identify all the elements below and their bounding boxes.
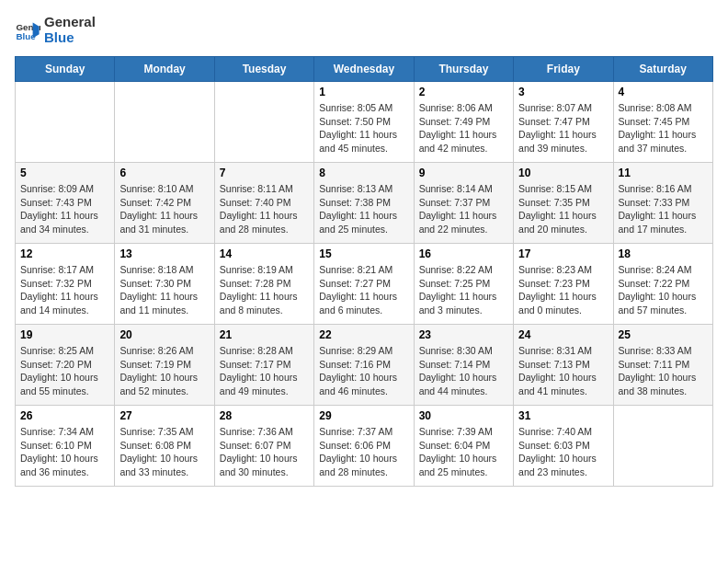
day-number: 5 bbox=[20, 167, 109, 179]
day-number: 20 bbox=[119, 328, 209, 341]
day-number: 2 bbox=[419, 86, 508, 98]
day-cell-18: 18Sunrise: 8:24 AM Sunset: 7:22 PM Dayli… bbox=[613, 244, 712, 325]
day-number: 12 bbox=[20, 247, 109, 260]
day-number: 19 bbox=[20, 328, 109, 341]
day-cell-22: 22Sunrise: 8:29 AM Sunset: 7:16 PM Dayli… bbox=[314, 325, 414, 406]
day-header-saturday: Saturday bbox=[613, 57, 712, 82]
day-info: Sunrise: 7:40 AM Sunset: 6:03 PM Dayligh… bbox=[518, 425, 608, 479]
day-info: Sunrise: 7:34 AM Sunset: 6:10 PM Dayligh… bbox=[20, 425, 109, 479]
day-info: Sunrise: 8:22 AM Sunset: 7:25 PM Dayligh… bbox=[419, 263, 508, 317]
day-cell-25: 25Sunrise: 8:33 AM Sunset: 7:11 PM Dayli… bbox=[613, 325, 712, 406]
day-info: Sunrise: 8:23 AM Sunset: 7:23 PM Dayligh… bbox=[518, 263, 608, 317]
day-number: 3 bbox=[518, 86, 608, 98]
day-number: 7 bbox=[220, 167, 309, 179]
day-header-friday: Friday bbox=[514, 57, 613, 82]
day-number: 29 bbox=[319, 409, 408, 422]
day-number: 10 bbox=[518, 167, 608, 179]
day-number: 30 bbox=[419, 409, 508, 422]
empty-cell bbox=[613, 406, 712, 487]
logo: General Blue General Blue bbox=[15, 15, 96, 45]
day-cell-10: 10Sunrise: 8:15 AM Sunset: 7:35 PM Dayli… bbox=[514, 163, 613, 244]
day-cell-1: 1Sunrise: 8:05 AM Sunset: 7:50 PM Daylig… bbox=[314, 82, 414, 163]
day-cell-28: 28Sunrise: 7:36 AM Sunset: 6:07 PM Dayli… bbox=[214, 406, 313, 487]
day-number: 18 bbox=[619, 247, 708, 260]
day-cell-20: 20Sunrise: 8:26 AM Sunset: 7:19 PM Dayli… bbox=[115, 325, 214, 406]
day-cell-26: 26Sunrise: 7:34 AM Sunset: 6:10 PM Dayli… bbox=[16, 406, 115, 487]
day-cell-30: 30Sunrise: 7:39 AM Sunset: 6:04 PM Dayli… bbox=[414, 406, 513, 487]
day-number: 13 bbox=[119, 247, 209, 260]
day-cell-14: 14Sunrise: 8:19 AM Sunset: 7:28 PM Dayli… bbox=[214, 244, 313, 325]
day-number: 26 bbox=[20, 409, 109, 422]
day-cell-9: 9Sunrise: 8:14 AM Sunset: 7:37 PM Daylig… bbox=[414, 163, 513, 244]
day-number: 21 bbox=[220, 328, 309, 341]
day-info: Sunrise: 8:11 AM Sunset: 7:40 PM Dayligh… bbox=[220, 182, 309, 236]
day-number: 9 bbox=[419, 167, 508, 179]
day-cell-3: 3Sunrise: 8:07 AM Sunset: 7:47 PM Daylig… bbox=[514, 82, 613, 163]
logo-icon: General Blue bbox=[15, 17, 40, 43]
day-cell-13: 13Sunrise: 8:18 AM Sunset: 7:30 PM Dayli… bbox=[115, 244, 214, 325]
day-info: Sunrise: 8:17 AM Sunset: 7:32 PM Dayligh… bbox=[20, 263, 109, 317]
logo-line2: Blue bbox=[44, 30, 96, 46]
week-row-5: 26Sunrise: 7:34 AM Sunset: 6:10 PM Dayli… bbox=[16, 406, 713, 487]
day-info: Sunrise: 8:24 AM Sunset: 7:22 PM Dayligh… bbox=[619, 263, 708, 317]
day-cell-16: 16Sunrise: 8:22 AM Sunset: 7:25 PM Dayli… bbox=[414, 244, 513, 325]
day-info: Sunrise: 8:19 AM Sunset: 7:28 PM Dayligh… bbox=[220, 263, 309, 317]
day-info: Sunrise: 8:09 AM Sunset: 7:43 PM Dayligh… bbox=[20, 182, 109, 236]
page-header: General Blue General Blue bbox=[15, 15, 713, 45]
day-info: Sunrise: 8:08 AM Sunset: 7:45 PM Dayligh… bbox=[619, 101, 708, 155]
day-number: 14 bbox=[220, 247, 309, 260]
week-row-1: 1Sunrise: 8:05 AM Sunset: 7:50 PM Daylig… bbox=[16, 82, 713, 163]
day-info: Sunrise: 8:13 AM Sunset: 7:38 PM Dayligh… bbox=[319, 182, 408, 236]
day-number: 24 bbox=[518, 328, 608, 341]
day-info: Sunrise: 8:06 AM Sunset: 7:49 PM Dayligh… bbox=[419, 101, 508, 155]
day-cell-23: 23Sunrise: 8:30 AM Sunset: 7:14 PM Dayli… bbox=[414, 325, 513, 406]
day-info: Sunrise: 8:10 AM Sunset: 7:42 PM Dayligh… bbox=[119, 182, 209, 236]
empty-cell bbox=[214, 82, 313, 163]
day-number: 11 bbox=[619, 167, 708, 179]
day-cell-12: 12Sunrise: 8:17 AM Sunset: 7:32 PM Dayli… bbox=[16, 244, 115, 325]
day-cell-8: 8Sunrise: 8:13 AM Sunset: 7:38 PM Daylig… bbox=[314, 163, 414, 244]
day-number: 17 bbox=[518, 247, 608, 260]
day-cell-31: 31Sunrise: 7:40 AM Sunset: 6:03 PM Dayli… bbox=[514, 406, 613, 487]
day-cell-21: 21Sunrise: 8:28 AM Sunset: 7:17 PM Dayli… bbox=[214, 325, 313, 406]
day-number: 8 bbox=[319, 167, 408, 179]
day-info: Sunrise: 7:39 AM Sunset: 6:04 PM Dayligh… bbox=[419, 425, 508, 479]
week-row-2: 5Sunrise: 8:09 AM Sunset: 7:43 PM Daylig… bbox=[16, 163, 713, 244]
day-info: Sunrise: 8:33 AM Sunset: 7:11 PM Dayligh… bbox=[619, 344, 708, 398]
day-header-tuesday: Tuesday bbox=[214, 57, 313, 82]
day-number: 27 bbox=[119, 409, 209, 422]
day-header-wednesday: Wednesday bbox=[314, 57, 414, 82]
day-cell-6: 6Sunrise: 8:10 AM Sunset: 7:42 PM Daylig… bbox=[115, 163, 214, 244]
day-info: Sunrise: 7:36 AM Sunset: 6:07 PM Dayligh… bbox=[220, 425, 309, 479]
day-info: Sunrise: 8:29 AM Sunset: 7:16 PM Dayligh… bbox=[319, 344, 408, 398]
day-cell-27: 27Sunrise: 7:35 AM Sunset: 6:08 PM Dayli… bbox=[115, 406, 214, 487]
day-info: Sunrise: 8:05 AM Sunset: 7:50 PM Dayligh… bbox=[319, 101, 408, 155]
day-number: 6 bbox=[119, 167, 209, 179]
day-number: 16 bbox=[419, 247, 508, 260]
day-cell-29: 29Sunrise: 7:37 AM Sunset: 6:06 PM Dayli… bbox=[314, 406, 414, 487]
calendar-table: SundayMondayTuesdayWednesdayThursdayFrid… bbox=[15, 56, 713, 487]
day-number: 4 bbox=[619, 86, 708, 98]
empty-cell bbox=[16, 82, 115, 163]
day-headers-row: SundayMondayTuesdayWednesdayThursdayFrid… bbox=[16, 57, 713, 82]
day-number: 25 bbox=[619, 328, 708, 341]
week-row-4: 19Sunrise: 8:25 AM Sunset: 7:20 PM Dayli… bbox=[16, 325, 713, 406]
day-info: Sunrise: 8:21 AM Sunset: 7:27 PM Dayligh… bbox=[319, 263, 408, 317]
day-info: Sunrise: 7:35 AM Sunset: 6:08 PM Dayligh… bbox=[119, 425, 209, 479]
day-header-monday: Monday bbox=[115, 57, 214, 82]
day-info: Sunrise: 8:30 AM Sunset: 7:14 PM Dayligh… bbox=[419, 344, 508, 398]
day-cell-19: 19Sunrise: 8:25 AM Sunset: 7:20 PM Dayli… bbox=[16, 325, 115, 406]
day-cell-4: 4Sunrise: 8:08 AM Sunset: 7:45 PM Daylig… bbox=[613, 82, 712, 163]
day-cell-5: 5Sunrise: 8:09 AM Sunset: 7:43 PM Daylig… bbox=[16, 163, 115, 244]
day-info: Sunrise: 8:28 AM Sunset: 7:17 PM Dayligh… bbox=[220, 344, 309, 398]
day-number: 31 bbox=[518, 409, 608, 422]
day-info: Sunrise: 8:26 AM Sunset: 7:19 PM Dayligh… bbox=[119, 344, 209, 398]
day-info: Sunrise: 8:18 AM Sunset: 7:30 PM Dayligh… bbox=[119, 263, 209, 317]
day-info: Sunrise: 7:37 AM Sunset: 6:06 PM Dayligh… bbox=[319, 425, 408, 479]
day-header-thursday: Thursday bbox=[414, 57, 513, 82]
day-header-sunday: Sunday bbox=[16, 57, 115, 82]
logo-line1: General bbox=[44, 15, 96, 30]
day-info: Sunrise: 8:16 AM Sunset: 7:33 PM Dayligh… bbox=[619, 182, 708, 236]
day-info: Sunrise: 8:31 AM Sunset: 7:13 PM Dayligh… bbox=[518, 344, 608, 398]
day-number: 22 bbox=[319, 328, 408, 341]
